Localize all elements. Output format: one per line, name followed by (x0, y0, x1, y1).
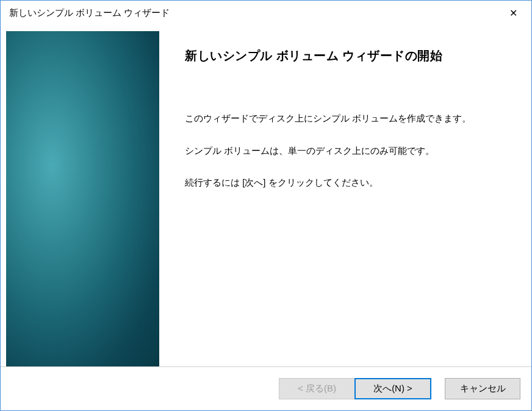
cancel-button[interactable]: キャンセル (445, 378, 520, 399)
main-panel: 新しいシンプル ボリューム ウィザードの開始 このウィザードでディスク上にシンプ… (159, 26, 531, 366)
wizard-text-2: シンプル ボリュームは、単一のディスク上にのみ可能です。 (185, 144, 507, 158)
nav-button-group: < 戻る(B) 次へ(N) > (279, 378, 431, 399)
content-area: 新しいシンプル ボリューム ウィザードの開始 このウィザードでディスク上にシンプ… (1, 26, 531, 366)
wizard-text-3: 続行するには [次へ] をクリックしてください。 (185, 176, 507, 190)
titlebar: 新しいシンプル ボリューム ウィザード ✕ (1, 1, 531, 26)
wizard-text-1: このウィザードでディスク上にシンプル ボリュームを作成できます。 (185, 112, 507, 126)
close-button[interactable]: ✕ (495, 1, 531, 26)
wizard-heading: 新しいシンプル ボリューム ウィザードの開始 (185, 48, 507, 64)
back-button: < 戻る(B) (279, 378, 354, 399)
cancel-wrap: キャンセル (445, 378, 520, 399)
wizard-footer: < 戻る(B) 次へ(N) > キャンセル (1, 366, 531, 410)
next-button[interactable]: 次へ(N) > (354, 378, 431, 399)
window-title: 新しいシンプル ボリューム ウィザード (9, 7, 170, 19)
wizard-window: 新しいシンプル ボリューム ウィザード ✕ 新しいシンプル ボリューム ウィザー… (0, 0, 532, 411)
wizard-side-graphic (6, 31, 159, 366)
close-icon: ✕ (509, 7, 517, 19)
